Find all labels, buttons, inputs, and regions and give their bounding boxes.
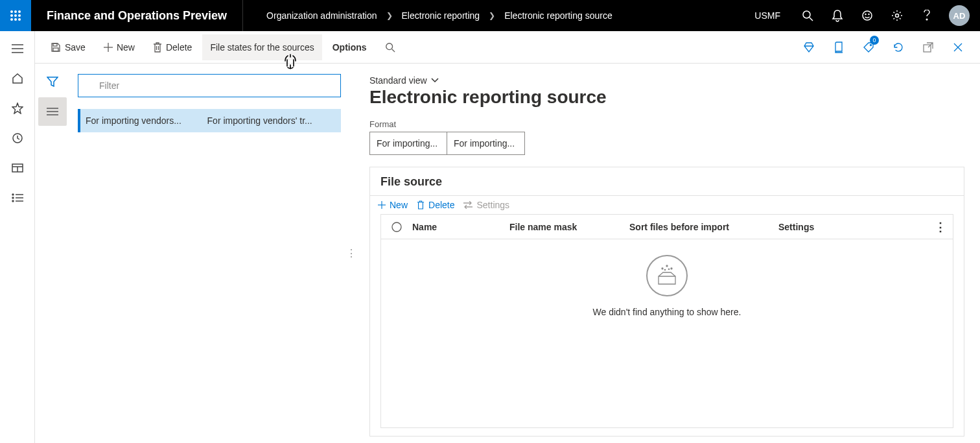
office-button[interactable] — [830, 34, 848, 60]
clock-icon — [12, 132, 23, 144]
attachments-button[interactable] — [800, 34, 818, 60]
options-button[interactable]: Options — [325, 34, 375, 60]
breadcrumb-item[interactable]: Organization administration — [266, 10, 377, 21]
user-avatar[interactable]: AD — [949, 5, 970, 26]
delete-button[interactable]: Delete — [145, 34, 200, 60]
svg-point-14 — [896, 14, 899, 18]
refresh-button[interactable] — [889, 34, 907, 60]
filter-toggle[interactable] — [38, 67, 67, 96]
trash-icon — [153, 42, 162, 53]
circle-icon — [391, 221, 402, 233]
notif-badge: 0 — [870, 36, 879, 45]
list-view-toggle[interactable] — [38, 97, 67, 126]
action-bar: Save New Delete File states for the sour… — [35, 31, 980, 64]
svg-point-0 — [10, 10, 13, 13]
home-icon — [12, 73, 23, 84]
format-value-2[interactable]: For importing... — [447, 132, 525, 155]
svg-line-10 — [810, 18, 813, 21]
svg-point-13 — [869, 14, 869, 15]
hamburger-icon — [12, 44, 23, 53]
popout-button[interactable] — [919, 34, 937, 60]
format-value-1[interactable]: For importing... — [369, 132, 447, 155]
save-icon — [51, 42, 61, 53]
svg-point-12 — [865, 14, 866, 15]
filter-input[interactable] — [78, 74, 341, 97]
col-settings[interactable]: Settings — [778, 222, 824, 232]
shell: Save New Delete File states for the sour… — [0, 31, 980, 443]
options-label: Options — [332, 42, 367, 53]
actionbar-right: 0 — [800, 34, 972, 60]
list-item-col2: For importing vendors' tr... — [207, 115, 312, 126]
actionbar-search[interactable] — [377, 34, 403, 60]
search-icon — [802, 10, 813, 21]
nav-modules[interactable] — [3, 183, 32, 213]
close-icon — [953, 43, 962, 52]
svg-point-6 — [10, 18, 13, 21]
new-button[interactable]: New — [96, 34, 143, 60]
feedback-button[interactable] — [859, 0, 875, 31]
section-delete-button[interactable]: Delete — [417, 200, 454, 210]
svg-line-34 — [391, 49, 394, 51]
smiley-icon — [861, 10, 873, 21]
section-toolbar: New Delete Settings — [370, 195, 964, 214]
svg-point-4 — [14, 14, 17, 17]
legal-entity[interactable]: USMF — [754, 10, 786, 21]
page-title: Electronic reporting source — [369, 87, 964, 108]
svg-point-5 — [18, 14, 21, 17]
settings-button[interactable] — [889, 0, 905, 31]
format-row: For importing... For importing... — [369, 132, 964, 155]
chevron-right-icon: ❯ — [386, 11, 393, 20]
select-all[interactable] — [381, 221, 412, 233]
popout-icon — [923, 42, 933, 53]
search-button[interactable] — [800, 0, 815, 31]
file-states-button[interactable]: File states for the sources — [202, 34, 321, 60]
nav-favorites[interactable] — [3, 93, 32, 123]
breadcrumb-item[interactable]: Electronic reporting — [402, 10, 480, 21]
chevron-right-icon: ❯ — [489, 11, 495, 20]
section-new-button[interactable]: New — [378, 200, 408, 210]
splitter[interactable]: ⋮ — [349, 64, 354, 443]
notifications-button[interactable] — [830, 0, 845, 31]
messages-button[interactable]: 0 — [859, 34, 878, 60]
filter-wrap — [78, 74, 341, 97]
app-title: Finance and Operations Preview — [31, 9, 242, 23]
svg-point-48 — [666, 265, 668, 267]
app-title-wrap: Finance and Operations Preview — [31, 0, 243, 31]
help-button[interactable] — [919, 0, 935, 31]
grid: Name File name mask Sort files before im… — [380, 214, 953, 428]
breadcrumb-item[interactable]: Electronic reporting source — [504, 10, 612, 21]
col-sort[interactable]: Sort files before import — [629, 222, 778, 232]
file-source-section: File source New Delete Settings — [369, 167, 964, 437]
view-selector[interactable]: Standard view — [369, 75, 964, 86]
svg-point-51 — [668, 269, 669, 269]
col-mask[interactable]: File name mask — [509, 222, 629, 232]
nav-recent[interactable] — [3, 123, 32, 153]
view-rail — [35, 64, 70, 443]
top-right: USMF AD — [754, 0, 980, 31]
list-item[interactable]: For importing vendors... For importing v… — [78, 109, 341, 132]
trash-icon — [417, 200, 425, 210]
gear-icon — [891, 10, 903, 21]
nav-workspaces[interactable] — [3, 153, 32, 183]
nav-rail — [0, 31, 35, 443]
svg-rect-30 — [53, 48, 58, 51]
grid-more-button[interactable]: ⋮ — [935, 221, 946, 233]
svg-point-3 — [10, 14, 13, 17]
view-selector-label: Standard view — [369, 75, 427, 86]
save-label: Save — [65, 42, 86, 53]
folder-sparkle-icon — [655, 263, 679, 288]
nav-home[interactable] — [3, 64, 32, 93]
filter-icon — [47, 77, 58, 87]
refresh-icon — [892, 42, 904, 53]
save-button[interactable]: Save — [43, 34, 93, 60]
close-button[interactable] — [949, 34, 967, 60]
book-icon — [834, 42, 844, 53]
empty-icon — [646, 255, 688, 296]
nav-expand-button[interactable] — [3, 34, 32, 64]
top-bar: Finance and Operations Preview Organizat… — [0, 0, 980, 31]
col-name[interactable]: Name — [412, 222, 509, 232]
list-pane: For importing vendors... For importing v… — [70, 64, 349, 443]
app-launcher[interactable] — [0, 0, 31, 31]
svg-rect-29 — [53, 43, 57, 46]
svg-point-27 — [12, 200, 14, 202]
